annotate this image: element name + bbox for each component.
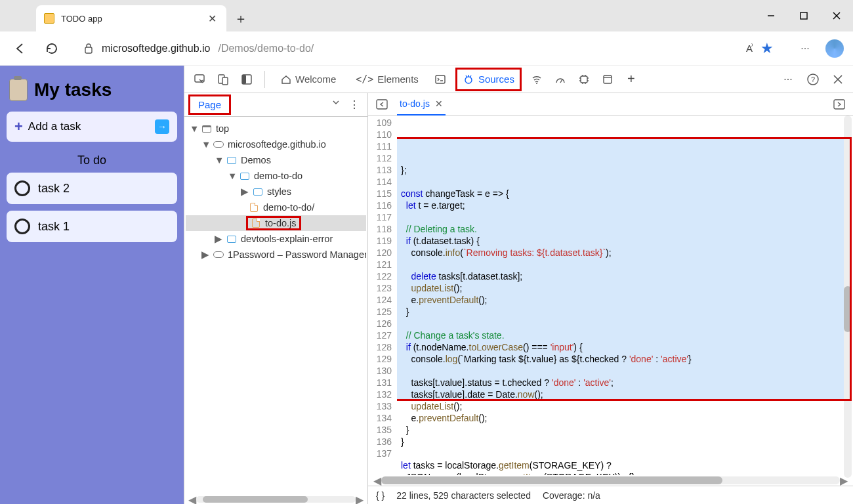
- navigator-page-tab[interactable]: Page: [188, 94, 231, 115]
- code-editor[interactable]: 1091101111121131141151161171181191201211…: [368, 116, 853, 475]
- task-item[interactable]: task 2: [7, 173, 177, 204]
- tree-top[interactable]: ▼top: [186, 121, 366, 136]
- svg-rect-10: [436, 75, 445, 83]
- url-field[interactable]: microsoftedge.github.io/Demos/demo-to-do…: [72, 36, 785, 61]
- tree-domain[interactable]: ▼microsoftedge.github.io: [186, 136, 366, 152]
- source-tab-to-do-js[interactable]: to-do.js✕: [397, 93, 446, 116]
- tree-styles[interactable]: ▶styles: [186, 184, 366, 200]
- svg-point-11: [465, 77, 472, 83]
- tree-1password[interactable]: ▶1Password – Password Manager: [186, 247, 366, 262]
- tree-demos[interactable]: ▼Demos: [186, 152, 366, 168]
- navigator-pane: Page ⋮ ▼top ▼microsoftedge.github.io ▼De…: [184, 93, 368, 504]
- braces-icon[interactable]: { }: [376, 490, 385, 501]
- selection-status: 22 lines, 529 characters selected: [396, 490, 531, 501]
- help-button[interactable]: ?: [804, 71, 822, 88]
- tree-demo-to-do-slash[interactable]: demo-to-do/: [186, 200, 366, 215]
- tree-demo-to-do[interactable]: ▼demo-to-do: [186, 168, 366, 184]
- svg-line-13: [466, 75, 467, 77]
- tab-favicon-icon: [44, 13, 54, 24]
- svg-rect-18: [604, 75, 612, 83]
- close-devtools-button[interactable]: [829, 71, 846, 88]
- todo-app: My tasks + Add a task To do task 2task 1: [0, 66, 184, 504]
- svg-point-15: [536, 83, 537, 84]
- device-icon[interactable]: [215, 71, 232, 88]
- browser-tab[interactable]: TODO app ✕: [36, 5, 226, 32]
- task-label: task 2: [38, 182, 70, 196]
- navigator-more-button[interactable]: ⋮: [349, 98, 360, 111]
- coverage-status: Coverage: n/a: [543, 490, 600, 501]
- favorite-icon[interactable]: ★: [760, 40, 774, 57]
- url-host: microsoftedge.github.io: [102, 43, 210, 54]
- navigator-hscroll[interactable]: ◀▶: [184, 495, 367, 504]
- task-checkbox[interactable]: [14, 219, 30, 234]
- menu-button[interactable]: ···: [794, 37, 816, 60]
- add-task-label: Add a task: [28, 120, 81, 133]
- memory-icon[interactable]: [575, 71, 593, 88]
- devtools-panel: Welcome </>Elements Sources + ··· ? Page: [184, 66, 853, 504]
- submit-icon[interactable]: [155, 119, 169, 134]
- navigator-header: Page ⋮: [184, 93, 367, 117]
- task-label: task 1: [38, 220, 70, 234]
- source-tabbar: to-do.js✕: [368, 93, 853, 116]
- app-heading: My tasks: [9, 79, 175, 101]
- navigator-dropdown-button[interactable]: [332, 98, 340, 111]
- svg-rect-25: [834, 100, 844, 109]
- tree-devtools-explain[interactable]: ▶devtools-explain-error: [186, 231, 366, 247]
- line-gutter: 1091101111121131141151161171181191201211…: [368, 116, 397, 475]
- new-tab-button[interactable]: ＋: [230, 8, 251, 29]
- svg-rect-1: [801, 12, 807, 19]
- add-tab-button[interactable]: +: [623, 71, 640, 88]
- inspect-icon[interactable]: [191, 71, 208, 88]
- add-task-button[interactable]: + Add a task: [7, 112, 177, 142]
- show-debugger-button[interactable]: [831, 96, 848, 113]
- svg-line-14: [470, 75, 471, 77]
- address-bar: microsoftedge.github.io/Demos/demo-to-do…: [0, 32, 853, 66]
- maximize-button[interactable]: [787, 0, 820, 32]
- tab-close-button[interactable]: ✕: [205, 12, 218, 25]
- svg-rect-17: [581, 76, 587, 83]
- window-controls: [755, 0, 853, 32]
- code-content[interactable]: }; const changeTask = e => { let t = e.t…: [397, 116, 853, 475]
- dock-icon[interactable]: [238, 71, 255, 88]
- performance-icon[interactable]: [552, 71, 569, 88]
- more-tools-button[interactable]: ···: [780, 71, 797, 88]
- close-window-button[interactable]: [820, 0, 853, 32]
- site-info-icon[interactable]: [83, 43, 94, 54]
- task-item[interactable]: task 1: [7, 211, 177, 242]
- source-pane: to-do.js✕ 109110111112113114115116117118…: [368, 93, 853, 504]
- clipboard-icon: [9, 79, 28, 101]
- browser-titlebar: TODO app ✕ ＋: [0, 0, 853, 32]
- task-checkbox[interactable]: [14, 180, 30, 196]
- console-icon[interactable]: [432, 71, 449, 88]
- svg-rect-9: [242, 75, 246, 84]
- copilot-icon[interactable]: [825, 39, 844, 58]
- editor-vscroll[interactable]: [844, 116, 852, 478]
- minimize-button[interactable]: [755, 0, 787, 32]
- editor-hscroll[interactable]: ◀▶: [368, 475, 853, 486]
- hide-navigator-button[interactable]: [373, 96, 390, 113]
- section-heading: To do: [7, 154, 177, 167]
- app-heading-text: My tasks: [34, 79, 112, 100]
- tree-to-do-js[interactable]: to-do.js: [186, 215, 366, 231]
- application-icon[interactable]: [599, 71, 616, 88]
- svg-rect-7: [222, 77, 228, 85]
- tab-sources[interactable]: Sources: [455, 68, 522, 91]
- svg-line-16: [560, 79, 562, 83]
- tab-welcome[interactable]: Welcome: [274, 66, 343, 93]
- svg-text:?: ?: [811, 75, 815, 83]
- read-aloud-icon[interactable]: A⁾⁾: [746, 43, 751, 54]
- file-tree: ▼top ▼microsoftedge.github.io ▼Demos ▼de…: [184, 117, 367, 495]
- svg-rect-4: [85, 47, 92, 53]
- tab-elements[interactable]: </>Elements: [349, 66, 425, 93]
- svg-rect-24: [377, 100, 387, 109]
- plus-icon: +: [14, 118, 23, 135]
- status-bar: { } 22 lines, 529 characters selected Co…: [368, 486, 853, 504]
- close-source-tab[interactable]: ✕: [435, 98, 443, 109]
- devtools-tabbar: Welcome </>Elements Sources + ··· ?: [184, 66, 853, 93]
- back-button[interactable]: [9, 37, 31, 60]
- tab-title: TODO app: [61, 14, 199, 24]
- svg-rect-5: [195, 75, 204, 82]
- network-icon[interactable]: [528, 71, 545, 88]
- url-path: /Demos/demo-to-do/: [218, 43, 314, 54]
- refresh-button[interactable]: [41, 37, 63, 60]
